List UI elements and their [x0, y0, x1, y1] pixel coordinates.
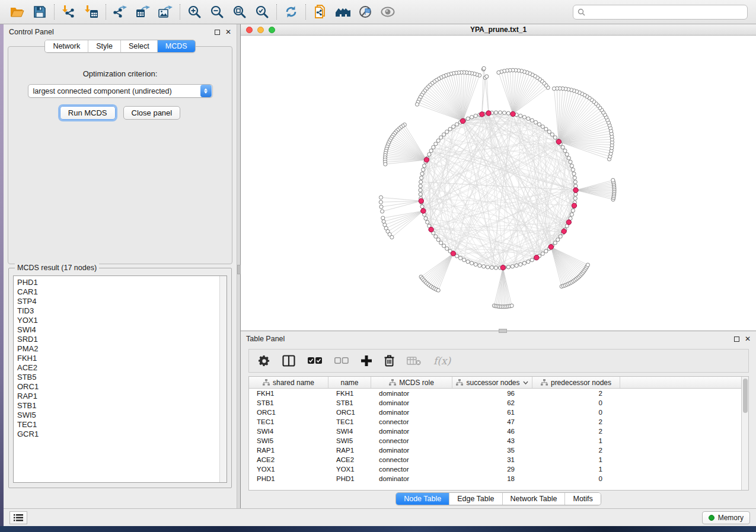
cell-MCDS-role: connector — [371, 437, 452, 444]
tab-edge-table[interactable]: Edge Table — [449, 493, 502, 505]
column-header-predecessor-nodes[interactable]: predecessor nodes — [532, 377, 620, 388]
table-row-ORC1[interactable]: ORC1ORC1dominator610 — [249, 408, 748, 417]
add-column-button[interactable] — [361, 355, 372, 366]
control-panel: Control Panel ✕ NetworkStyleSelectMCDS O… — [4, 24, 237, 508]
delete-column-button[interactable] — [384, 355, 394, 367]
column-visibility-button[interactable] — [282, 355, 295, 367]
cytoscape-window: Control Panel ✕ NetworkStyleSelectMCDS O… — [0, 0, 756, 532]
select-all-button[interactable] — [308, 357, 322, 364]
search-field[interactable] — [573, 5, 748, 20]
table-row-TEC1[interactable]: TEC1TEC1connector472 — [249, 417, 748, 427]
tab-network-table[interactable]: Network Table — [503, 493, 566, 505]
mcds-result-item[interactable]: SRD1 — [17, 335, 227, 344]
mcds-result-item[interactable]: SWI5 — [17, 411, 227, 420]
export-image-button[interactable] — [154, 2, 177, 21]
tab-node-table[interactable]: Node Table — [396, 493, 449, 505]
show-all-button[interactable] — [377, 2, 399, 21]
delete-table-button-disabled — [407, 356, 421, 366]
cell-shared-name: ORC1 — [249, 409, 328, 416]
task-history-button[interactable] — [9, 511, 27, 524]
mcds-result-item[interactable]: STB1 — [17, 401, 227, 411]
float-panel-icon[interactable] — [215, 30, 220, 35]
float-table-panel-icon[interactable] — [734, 336, 739, 342]
cell-shared-name: YOX1 — [249, 466, 328, 473]
hide-selected-button[interactable] — [354, 2, 377, 21]
mcds-result-item[interactable]: TID3 — [17, 306, 227, 316]
main-area: Control Panel ✕ NetworkStyleSelectMCDS O… — [4, 24, 756, 508]
export-table-button[interactable] — [132, 2, 154, 21]
mcds-result-item[interactable]: STP4 — [17, 297, 227, 306]
new-network-from-selection-button[interactable] — [309, 2, 331, 21]
toolbar-separator — [305, 4, 306, 20]
optimization-criterion-label: Optimization criterion: — [8, 69, 232, 78]
mcds-result-item[interactable]: PMA2 — [17, 344, 227, 354]
mcds-result-item[interactable]: PHD1 — [17, 278, 227, 287]
mcds-result-item[interactable]: YOX1 — [17, 316, 227, 325]
cell-MCDS-role: connector — [371, 418, 452, 425]
column-header-successor-nodes[interactable]: successor nodes — [452, 377, 532, 388]
network-canvas[interactable] — [241, 36, 756, 331]
refresh-view-button[interactable] — [280, 2, 302, 21]
open-session-button[interactable] — [6, 2, 28, 21]
mcds-result-item[interactable]: FKH1 — [17, 354, 227, 363]
mcds-result-item[interactable]: STB5 — [17, 373, 227, 382]
tab-select[interactable]: Select — [121, 40, 158, 52]
import-network-button[interactable] — [58, 2, 80, 21]
table-row-SWI4[interactable]: SWI4SWI4dominator462 — [249, 427, 748, 436]
column-header-MCDS-role[interactable]: MCDS role — [371, 377, 452, 388]
mcds-result-item[interactable]: CAR1 — [17, 287, 227, 297]
mcds-result-item[interactable]: SWI4 — [17, 325, 227, 335]
close-table-panel-icon[interactable]: ✕ — [745, 336, 751, 342]
memory-button[interactable]: Memory — [702, 511, 750, 524]
close-panel-button[interactable]: Close panel — [123, 106, 181, 120]
cell-successor-nodes: 35 — [452, 447, 532, 454]
column-header-shared-name[interactable]: shared name — [249, 377, 328, 388]
unselect-all-button[interactable] — [334, 357, 349, 364]
mcds-result-item[interactable]: ORC1 — [17, 382, 227, 392]
table-row-YOX1[interactable]: YOX1YOX1connector291 — [249, 464, 748, 474]
first-neighbors-button[interactable] — [331, 2, 354, 21]
table-row-SWI5[interactable]: SWI5SWI5connector431 — [249, 436, 748, 446]
zoom-in-button[interactable] — [183, 2, 206, 21]
tab-motifs[interactable]: Motifs — [565, 493, 600, 505]
mcds-result-list[interactable]: PHD1CAR1STP4TID3YOX1SWI4SRD1PMA2FKH1ACE2… — [13, 275, 227, 483]
column-tree-icon — [389, 379, 396, 386]
table-mode-gear-button[interactable] — [259, 355, 270, 367]
network-window-title: YPA_prune.txt_1 — [241, 25, 756, 34]
mcds-result-item[interactable]: ACE2 — [17, 363, 227, 373]
cell-name: TEC1 — [328, 418, 371, 425]
mcds-result-item[interactable]: GCR1 — [17, 430, 227, 439]
zoom-selected-button[interactable] — [251, 2, 273, 21]
table-row-RAP1[interactable]: RAP1RAP1dominator352 — [249, 446, 748, 455]
zoom-fit-button[interactable] — [228, 2, 251, 21]
horizontal-splitter-grip[interactable] — [499, 329, 507, 333]
table-row-FKH1[interactable]: FKH1FKH1dominator962 — [249, 389, 748, 398]
table-scrollbar[interactable] — [741, 377, 748, 490]
import-table-button[interactable] — [80, 2, 103, 21]
mcds-tab-content: Optimization criterion: largest connecte… — [8, 46, 232, 264]
table-row-STB1[interactable]: STB1STB1dominator620 — [249, 398, 748, 408]
run-mcds-button[interactable]: Run MCDS — [60, 106, 116, 120]
tab-network[interactable]: Network — [45, 40, 88, 52]
search-input[interactable] — [588, 7, 743, 17]
cell-shared-name: STB1 — [249, 399, 328, 406]
zoom-out-button[interactable] — [206, 2, 228, 21]
tab-style[interactable]: Style — [88, 40, 121, 52]
close-panel-icon[interactable]: ✕ — [225, 30, 231, 35]
save-session-button[interactable] — [28, 2, 51, 21]
cell-MCDS-role: dominator — [371, 447, 452, 454]
table-scrollbar-thumb[interactable] — [743, 379, 748, 413]
export-network-button[interactable] — [109, 2, 132, 21]
tab-mcds[interactable]: MCDS — [158, 40, 195, 52]
cell-name: ORC1 — [328, 409, 371, 416]
mcds-result-item[interactable]: RAP1 — [17, 392, 227, 401]
table-row-PHD1[interactable]: PHD1PHD1dominator180 — [249, 474, 748, 483]
column-header-name[interactable]: name — [328, 377, 371, 388]
cell-name: SWI4 — [328, 428, 371, 435]
result-list-scrollbar[interactable] — [219, 276, 227, 482]
table-row-ACE2[interactable]: ACE2ACE2connector311 — [249, 455, 748, 464]
optimization-criterion-dropdown[interactable]: largest connected component (undirected) — [28, 84, 213, 98]
plus-icon — [361, 355, 372, 366]
network-graph[interactable] — [241, 36, 756, 334]
mcds-result-item[interactable]: TEC1 — [17, 420, 227, 430]
